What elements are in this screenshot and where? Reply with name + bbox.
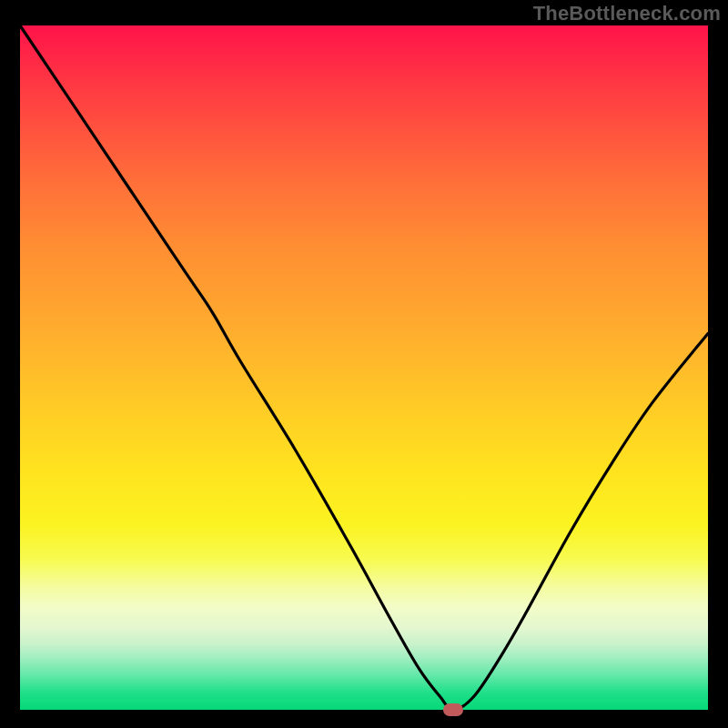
bottleneck-curve [20,25,708,710]
watermark-text: TheBottleneck.com [533,2,721,25]
curve-svg [20,25,708,710]
plot-area [20,25,708,710]
chart-frame: TheBottleneck.com [0,0,728,728]
optimal-point-marker [443,703,463,716]
